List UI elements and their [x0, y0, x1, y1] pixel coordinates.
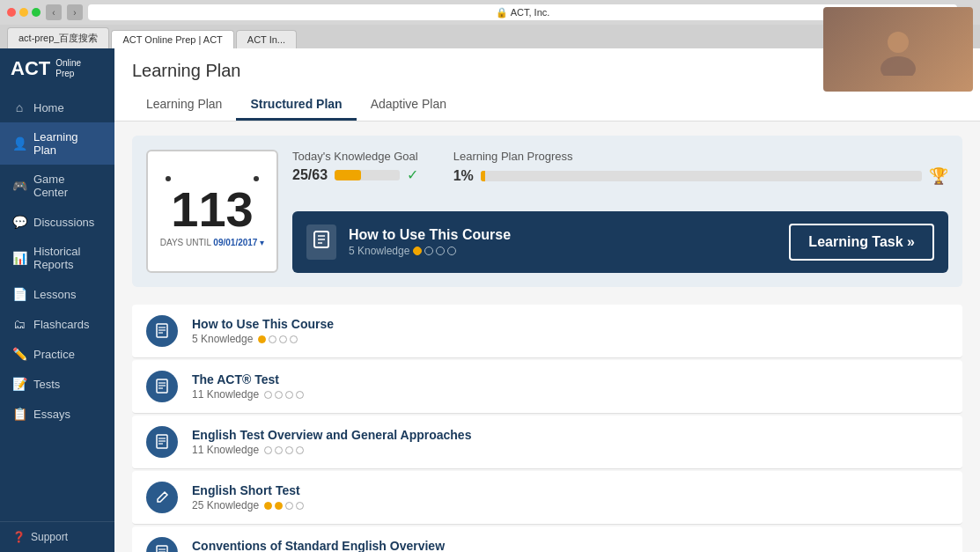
task-circle-1: [413, 247, 422, 255]
browser-tab-3[interactable]: ACT In...: [236, 30, 297, 48]
meta-circles: [258, 335, 298, 343]
sidebar-item-tests[interactable]: 📝 Tests: [0, 369, 114, 399]
svg-point-24: [888, 32, 909, 53]
course-meta: 5 Knowledge: [192, 333, 948, 345]
course-info: The ACT® Test 11 Knowledge: [192, 372, 948, 401]
meta-circle: [285, 446, 293, 454]
sidebar-item-label: Flashcards: [33, 318, 90, 331]
knowledge-goal-bar-fill: [335, 170, 360, 180]
essays-icon: 📋: [12, 407, 26, 421]
meta-circle: [264, 502, 272, 510]
home-icon: ⌂: [12, 100, 26, 114]
knowledge-goal-bar: [335, 170, 400, 180]
back-button[interactable]: ‹: [46, 4, 62, 20]
sidebar-item-learning-plan[interactable]: 👤 Learning Plan: [0, 122, 114, 165]
days-counter: 113 DAYS UNTIL 09/01/2017 ▾: [146, 150, 278, 273]
course-item: How to Use This Course 5 Knowledge: [132, 305, 962, 358]
tab-learning-plan[interactable]: Learning Plan: [132, 90, 236, 121]
sidebar-item-practice[interactable]: ✏️ Practice: [0, 339, 114, 369]
learning-task-button[interactable]: Learning Task »: [789, 224, 934, 261]
lp-progress: Learning Plan Progress 1% 🏆: [453, 150, 948, 186]
webcam-feed: [823, 7, 973, 92]
discussions-icon: 💬: [12, 215, 26, 229]
task-info: How to Use This Course 5 Knowledge: [349, 227, 777, 257]
task-sub: 5 Knowledge: [349, 245, 777, 257]
sidebar-item-historical-reports[interactable]: 📊 Historical Reports: [0, 237, 114, 279]
task-circle-3: [436, 247, 445, 255]
tab-structured-plan[interactable]: Structured Plan: [236, 90, 356, 121]
course-meta: 11 Knowledge: [192, 444, 948, 456]
close-dot[interactable]: [7, 8, 16, 17]
course-icon: [146, 315, 178, 347]
sidebar-item-label: Tests: [33, 378, 60, 391]
course-name: The ACT® Test: [192, 372, 948, 386]
knowledge-goal-value: 25/63: [292, 167, 328, 183]
sidebar-item-discussions[interactable]: 💬 Discussions: [0, 207, 114, 237]
course-list: How to Use This Course 5 Knowledge: [132, 305, 962, 552]
sidebar-item-label: Discussions: [33, 216, 94, 229]
forward-button[interactable]: ›: [67, 4, 83, 20]
maximize-dot[interactable]: [32, 8, 41, 17]
task-banner: How to Use This Course 5 Knowledge: [292, 211, 948, 273]
historical-reports-icon: 📊: [12, 251, 26, 265]
sidebar-item-essays[interactable]: 📋 Essays: [0, 399, 114, 429]
course-item: English Test Overview and General Approa…: [132, 416, 962, 469]
task-banner-icon: [306, 224, 336, 260]
meta-circle: [258, 335, 266, 343]
sidebar-nav: ⌂ Home 👤 Learning Plan 🎮 Game Center 💬 D…: [0, 89, 114, 521]
browser-tab-1[interactable]: act-prep_百度搜索: [7, 27, 109, 48]
logo-text: Online Prep: [55, 58, 81, 79]
meta-circles: [264, 502, 304, 510]
lp-pct: 1%: [453, 168, 474, 184]
meta-circle: [275, 446, 283, 454]
browser-tab-2[interactable]: ACT Online Prep | ACT: [111, 30, 233, 48]
sidebar-item-label: Game Center: [33, 173, 102, 199]
svg-point-25: [881, 56, 916, 76]
sidebar-item-label: Practice: [33, 348, 75, 361]
days-dropdown-icon[interactable]: ▾: [260, 238, 264, 247]
meta-circle: [290, 335, 298, 343]
course-item: Conventions of Standard English Overview…: [132, 526, 962, 552]
sidebar: ACT Online Prep ⌂ Home 👤 Learning Plan 🎮…: [0, 48, 114, 552]
meta-circle: [275, 502, 283, 510]
flashcards-icon: 🗂: [12, 317, 26, 331]
sidebar-item-label: Learning Plan: [33, 130, 102, 157]
meta-circle: [269, 335, 276, 343]
course-info: Conventions of Standard English Overview…: [192, 539, 948, 552]
url-text: ACT, Inc.: [511, 7, 550, 18]
sidebar-footer[interactable]: ❓ Support: [0, 521, 114, 552]
learning-plan-icon: 👤: [12, 136, 26, 151]
task-circles: [413, 247, 456, 255]
course-name: How to Use This Course: [192, 317, 948, 331]
course-name: English Short Test: [192, 483, 948, 497]
lp-row: 1% 🏆: [453, 166, 948, 186]
minimize-dot[interactable]: [19, 8, 28, 17]
knowledge-goal-label: Today's Knowledge Goal: [292, 150, 418, 163]
days-label: DAYS UNTIL 09/01/2017 ▾: [160, 238, 264, 247]
course-name: English Test Overview and General Approa…: [192, 428, 948, 442]
webcam-overlay: [823, 7, 973, 92]
lessons-icon: 📄: [12, 287, 26, 301]
course-icon: [146, 426, 178, 458]
meta-circles: [264, 391, 304, 399]
lock-icon: 🔒: [496, 7, 508, 18]
sidebar-item-lessons[interactable]: 📄 Lessons: [0, 279, 114, 309]
course-name: Conventions of Standard English Overview: [192, 539, 948, 552]
progress-info: Today's Knowledge Goal 25/63 ✓ Learning …: [292, 150, 948, 273]
sidebar-item-home[interactable]: ⌂ Home: [0, 92, 114, 122]
practice-icon: ✏️: [12, 347, 26, 361]
lp-label: Learning Plan Progress: [453, 150, 948, 163]
lp-bar: [481, 171, 922, 181]
main-content: Learning Plan Learning Plan Structured P…: [114, 48, 980, 552]
sidebar-item-game-center[interactable]: 🎮 Game Center: [0, 165, 114, 207]
tab-adaptive-plan[interactable]: Adaptive Plan: [357, 90, 461, 121]
counter-dots: [157, 176, 268, 181]
course-icon: [146, 371, 178, 402]
course-meta: 11 Knowledge: [192, 388, 948, 401]
course-icon: [146, 482, 178, 513]
meta-circle: [285, 502, 293, 510]
meta-circle: [296, 502, 304, 510]
task-circle-2: [424, 247, 433, 255]
sidebar-item-flashcards[interactable]: 🗂 Flashcards: [0, 309, 114, 339]
progress-card: 113 DAYS UNTIL 09/01/2017 ▾ Today's Know…: [132, 136, 962, 287]
